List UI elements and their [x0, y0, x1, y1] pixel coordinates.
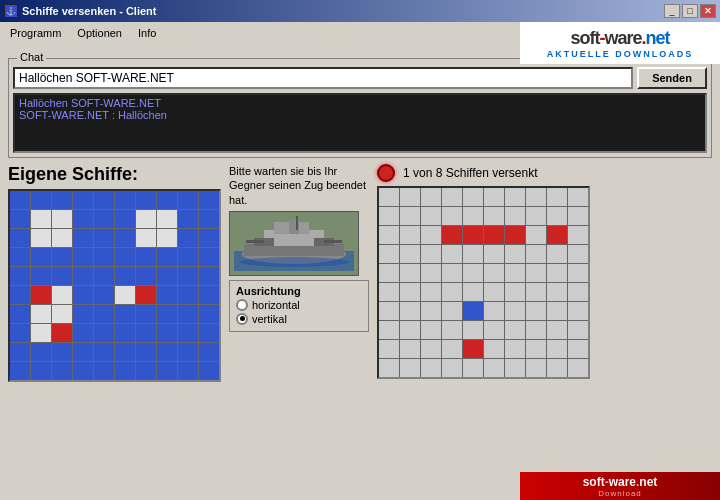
opp-cell[interactable] [379, 321, 399, 339]
opp-cell[interactable] [568, 302, 588, 320]
opp-cell[interactable] [568, 245, 588, 263]
menu-optionen[interactable]: Optionen [71, 25, 128, 41]
opp-cell[interactable] [421, 359, 441, 377]
opp-cell[interactable] [568, 207, 588, 225]
opp-cell[interactable] [463, 321, 483, 339]
minimize-button[interactable]: _ [664, 4, 680, 18]
opp-cell[interactable] [400, 245, 420, 263]
opp-cell[interactable] [568, 359, 588, 377]
opp-cell[interactable] [568, 264, 588, 282]
opp-cell[interactable] [547, 264, 567, 282]
opp-cell[interactable] [463, 188, 483, 206]
opp-cell[interactable] [505, 264, 525, 282]
opp-cell[interactable] [442, 359, 462, 377]
opp-cell[interactable] [505, 245, 525, 263]
vertikal-radio[interactable] [236, 313, 248, 325]
opp-cell[interactable] [484, 264, 504, 282]
opp-cell[interactable] [421, 302, 441, 320]
opp-cell[interactable] [442, 302, 462, 320]
opp-cell[interactable] [547, 245, 567, 263]
opp-cell[interactable] [421, 188, 441, 206]
opp-cell[interactable] [379, 302, 399, 320]
opp-cell[interactable] [526, 207, 546, 225]
opp-cell[interactable] [484, 188, 504, 206]
menu-programm[interactable]: Programm [4, 25, 67, 41]
opp-cell[interactable] [526, 245, 546, 263]
opp-cell[interactable] [526, 226, 546, 244]
opp-cell[interactable] [547, 321, 567, 339]
opp-cell[interactable] [484, 359, 504, 377]
opp-cell[interactable] [505, 302, 525, 320]
opp-cell[interactable] [463, 302, 483, 320]
opp-cell[interactable] [421, 245, 441, 263]
opp-cell[interactable] [526, 340, 546, 358]
opp-cell[interactable] [547, 302, 567, 320]
opp-cell[interactable] [400, 340, 420, 358]
opp-cell[interactable] [421, 321, 441, 339]
opp-cell[interactable] [379, 245, 399, 263]
opp-cell[interactable] [463, 264, 483, 282]
opp-cell[interactable] [505, 321, 525, 339]
chat-input[interactable] [13, 67, 633, 89]
opp-cell[interactable] [547, 359, 567, 377]
opp-cell[interactable] [442, 207, 462, 225]
opp-cell[interactable] [463, 340, 483, 358]
opp-cell[interactable] [505, 283, 525, 301]
opp-cell[interactable] [484, 302, 504, 320]
opp-cell[interactable] [400, 302, 420, 320]
opp-cell[interactable] [526, 302, 546, 320]
opp-cell[interactable] [379, 226, 399, 244]
opp-cell[interactable] [484, 207, 504, 225]
opp-cell[interactable] [547, 188, 567, 206]
opp-cell[interactable] [379, 283, 399, 301]
senden-button[interactable]: Senden [637, 67, 707, 89]
opp-cell[interactable] [547, 340, 567, 358]
opp-cell[interactable] [400, 207, 420, 225]
opp-cell[interactable] [463, 207, 483, 225]
opp-cell[interactable] [505, 188, 525, 206]
opp-cell[interactable] [421, 340, 441, 358]
close-button[interactable]: ✕ [700, 4, 716, 18]
opp-cell[interactable] [505, 340, 525, 358]
opp-cell[interactable] [505, 359, 525, 377]
opp-cell[interactable] [442, 340, 462, 358]
opp-cell[interactable] [505, 226, 525, 244]
opp-cell[interactable] [400, 283, 420, 301]
vertikal-radio-row[interactable]: vertikal [236, 313, 362, 325]
opp-cell[interactable] [484, 340, 504, 358]
opp-cell[interactable] [526, 359, 546, 377]
opp-cell[interactable] [400, 226, 420, 244]
opp-cell[interactable] [379, 264, 399, 282]
opp-cell[interactable] [421, 283, 441, 301]
opp-cell[interactable] [526, 188, 546, 206]
opp-cell[interactable] [547, 283, 567, 301]
title-controls[interactable]: _ □ ✕ [664, 4, 716, 18]
opp-cell[interactable] [568, 188, 588, 206]
opp-cell[interactable] [442, 188, 462, 206]
opp-cell[interactable] [400, 321, 420, 339]
opp-cell[interactable] [400, 359, 420, 377]
opp-cell[interactable] [526, 283, 546, 301]
opp-cell[interactable] [484, 321, 504, 339]
opp-cell[interactable] [379, 207, 399, 225]
menu-info[interactable]: Info [132, 25, 162, 41]
opp-cell[interactable] [568, 283, 588, 301]
opp-cell[interactable] [505, 207, 525, 225]
opp-cell[interactable] [568, 340, 588, 358]
opp-cell[interactable] [379, 188, 399, 206]
opp-cell[interactable] [442, 245, 462, 263]
opp-cell[interactable] [421, 264, 441, 282]
opp-cell[interactable] [442, 226, 462, 244]
opp-cell[interactable] [400, 264, 420, 282]
opp-cell[interactable] [484, 245, 504, 263]
opp-cell[interactable] [463, 359, 483, 377]
opp-cell[interactable] [484, 226, 504, 244]
horizontal-radio[interactable] [236, 299, 248, 311]
opponent-grid[interactable] [377, 186, 590, 379]
maximize-button[interactable]: □ [682, 4, 698, 18]
opp-cell[interactable] [526, 321, 546, 339]
opp-cell[interactable] [463, 226, 483, 244]
opp-cell[interactable] [442, 321, 462, 339]
opp-cell[interactable] [421, 207, 441, 225]
opp-cell[interactable] [463, 245, 483, 263]
